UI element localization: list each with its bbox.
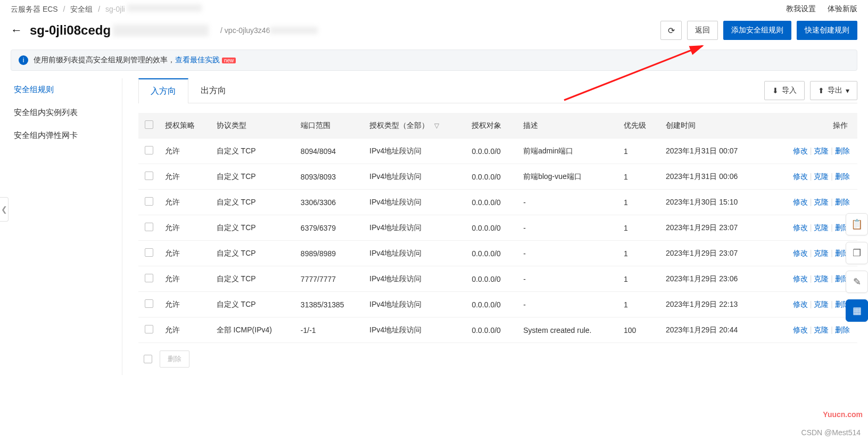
table-row: 允许自定义 TCP3306/3306IPv4地址段访问0.0.0.0/0-120… — [138, 190, 857, 215]
select-all-checkbox[interactable] — [145, 120, 153, 129]
op-edit[interactable]: 修改 — [793, 325, 808, 334]
copy-icon[interactable]: ❐ — [846, 242, 868, 264]
import-button[interactable]: ⬇ 导入 — [764, 81, 805, 100]
cell-created: 2023年1月29日 23:06 — [660, 266, 766, 292]
row-checkbox[interactable] — [145, 248, 153, 257]
th-auth-type[interactable]: 授权类型（全部） ▽ — [364, 113, 466, 138]
clipboard-icon[interactable]: 📋 — [846, 213, 868, 235]
sidebar-item-instances[interactable]: 安全组内实例列表 — [11, 101, 117, 124]
left-collapse-handle[interactable]: ❮ — [0, 197, 9, 222]
cell-port: 7777/7777 — [295, 266, 365, 292]
op-clone[interactable]: 克隆 — [814, 325, 829, 334]
op-clone[interactable]: 克隆 — [814, 274, 829, 283]
cell-auth-obj: 0.0.0.0/0 — [466, 266, 518, 292]
upload-icon: ⬆ — [818, 86, 824, 95]
filter-icon[interactable]: ▽ — [434, 122, 439, 129]
info-link[interactable]: 查看最佳实践 — [175, 55, 220, 65]
cell-auth-type: IPv4地址段访问 — [364, 164, 466, 190]
cell-protocol: 自定义 TCP — [211, 292, 295, 317]
tabs-row: 入方向 出方向 ⬇ 导入 ⬆ 导出 ▾ — [138, 78, 857, 103]
op-delete[interactable]: 删除 — [835, 325, 850, 334]
cell-auth-obj: 0.0.0.0/0 — [466, 292, 518, 317]
cell-protocol: 自定义 TCP — [211, 266, 295, 292]
cell-desc: - — [518, 190, 618, 215]
row-checkbox[interactable] — [145, 299, 153, 308]
cell-priority: 1 — [618, 292, 660, 317]
breadcrumb-item-ecs[interactable]: 云服务器 ECS — [11, 5, 58, 13]
table-row: 允许自定义 TCP8093/8093IPv4地址段访问0.0.0.0/0前端bl… — [138, 164, 857, 190]
cell-auth-type: IPv4地址段访问 — [364, 190, 466, 215]
op-clone[interactable]: 克隆 — [814, 300, 829, 308]
side-nav: 安全组规则 安全组内实例列表 安全组内弹性网卡 — [11, 78, 122, 375]
sidebar-item-eni[interactable]: 安全组内弹性网卡 — [11, 124, 117, 147]
cell-created: 2023年1月31日 00:06 — [660, 164, 766, 190]
op-delete[interactable]: 删除 — [835, 172, 850, 181]
grid-icon[interactable]: ▦ — [846, 299, 868, 322]
cell-policy: 允许 — [160, 266, 211, 292]
table-row: 允许自定义 TCP8094/8094IPv4地址段访问0.0.0.0/0前端ad… — [138, 138, 857, 164]
table-row: 允许自定义 TCP31385/31385IPv4地址段访问0.0.0.0/0-1… — [138, 292, 857, 317]
op-edit[interactable]: 修改 — [793, 198, 808, 206]
cell-created: 2023年1月30日 15:10 — [660, 190, 766, 215]
cell-desc: 前端blog-vue端口 — [518, 164, 618, 190]
op-clone[interactable]: 克隆 — [814, 146, 829, 155]
help-link-teach[interactable]: 教我设置 — [786, 4, 816, 13]
edit-icon[interactable]: ✎ — [846, 271, 868, 293]
cell-created: 2023年1月31日 00:07 — [660, 138, 766, 164]
op-edit[interactable]: 修改 — [793, 223, 808, 232]
op-delete[interactable]: 删除 — [835, 198, 850, 206]
op-delete[interactable]: 删除 — [835, 146, 850, 155]
th-priority: 优先级 — [618, 113, 660, 138]
batch-delete-button[interactable]: 删除 — [160, 351, 189, 368]
cell-port: 8094/8094 — [295, 138, 365, 164]
op-clone[interactable]: 克隆 — [814, 249, 829, 257]
breadcrumb: 云服务器 ECS / 安全组 / sg-0jli 教我设置 体验新版 — [0, 0, 868, 17]
row-checkbox[interactable] — [145, 325, 153, 333]
footer-select-all-checkbox[interactable] — [144, 355, 152, 363]
th-policy: 授权策略 — [160, 113, 211, 138]
cell-protocol: 自定义 TCP — [211, 164, 295, 190]
quick-create-button[interactable]: 快速创建规则 — [797, 21, 857, 40]
cell-ops: 修改|克隆|删除 — [766, 266, 857, 292]
back-button[interactable]: 返回 — [687, 21, 718, 40]
op-edit[interactable]: 修改 — [793, 300, 808, 308]
op-edit[interactable]: 修改 — [793, 172, 808, 181]
th-protocol: 协议类型 — [211, 113, 295, 138]
cell-port: 6379/6379 — [295, 215, 365, 241]
op-clone[interactable]: 克隆 — [814, 223, 829, 232]
export-button[interactable]: ⬆ 导出 ▾ — [810, 81, 857, 100]
info-bar: i 使用前缀列表提高安全组规则管理的效率， 查看最佳实践 new — [11, 50, 857, 71]
cell-priority: 1 — [618, 266, 660, 292]
chevron-down-icon: ▾ — [846, 86, 849, 95]
add-rule-button[interactable]: 添加安全组规则 — [723, 21, 791, 40]
table-row: 允许自定义 TCP6379/6379IPv4地址段访问0.0.0.0/0-120… — [138, 215, 857, 241]
cell-auth-obj: 0.0.0.0/0 — [466, 317, 518, 343]
breadcrumb-item-sg[interactable]: 安全组 — [70, 5, 93, 13]
row-checkbox[interactable] — [145, 146, 153, 154]
cell-priority: 1 — [618, 164, 660, 190]
op-edit[interactable]: 修改 — [793, 274, 808, 283]
refresh-button[interactable]: ⟳ — [660, 21, 682, 40]
th-port: 端口范围 — [295, 113, 365, 138]
cell-policy: 允许 — [160, 317, 211, 343]
op-clone[interactable]: 克隆 — [814, 198, 829, 206]
sidebar-item-rules[interactable]: 安全组规则 — [11, 78, 117, 101]
row-checkbox[interactable] — [145, 223, 153, 231]
tab-inbound[interactable]: 入方向 — [138, 78, 188, 103]
th-created: 创建时间 — [660, 113, 766, 138]
row-checkbox[interactable] — [145, 197, 153, 206]
cell-desc: - — [518, 266, 618, 292]
cell-auth-type: IPv4地址段访问 — [364, 215, 466, 241]
tab-outbound[interactable]: 出方向 — [188, 78, 238, 103]
back-arrow-icon[interactable]: ← — [11, 23, 22, 37]
cell-desc: - — [518, 215, 618, 241]
watermark-author: CSDN @Mest514 — [801, 428, 861, 437]
row-checkbox[interactable] — [145, 274, 153, 282]
help-link-newver[interactable]: 体验新版 — [828, 4, 857, 13]
op-edit[interactable]: 修改 — [793, 249, 808, 257]
watermark-site: Yuucn.com — [823, 410, 863, 419]
table-header-row: 授权策略 协议类型 端口范围 授权类型（全部） ▽ 授权对象 描述 优先级 创建… — [138, 113, 857, 138]
row-checkbox[interactable] — [145, 172, 153, 180]
op-edit[interactable]: 修改 — [793, 146, 808, 155]
op-clone[interactable]: 克隆 — [814, 172, 829, 181]
